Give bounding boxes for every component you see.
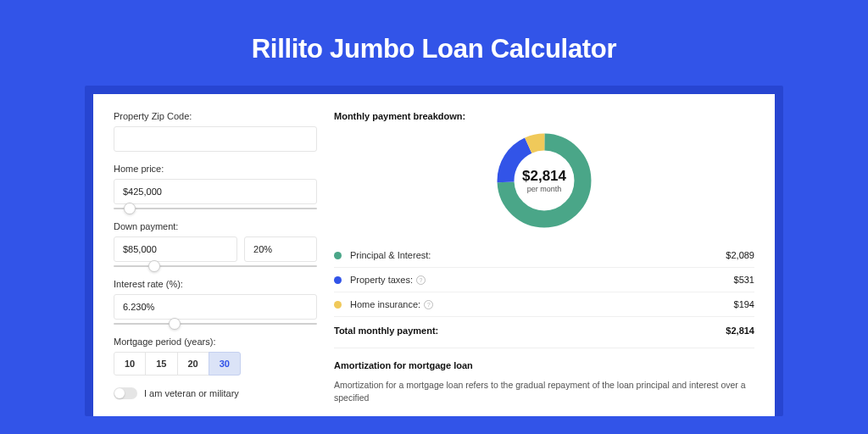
legend-label: Property taxes: ? [350,275,734,285]
legend-label: Principal & Interest: [350,250,726,260]
veteran-toggle[interactable] [114,387,137,399]
mortgage-period-group: 10152030 [114,352,317,376]
legend-dot-icon [334,276,342,284]
donut-center-amount: $2,814 [522,168,566,185]
total-value: $2,814 [726,326,754,336]
down-payment-label: Down payment: [114,221,317,231]
down-payment-percent-input[interactable] [244,236,317,262]
mortgage-period-label: Mortgage period (years): [114,337,317,347]
legend-row: Property taxes: ?$531 [334,268,754,292]
period-option-30[interactable]: 30 [209,352,241,376]
zip-label: Property Zip Code: [114,111,317,121]
breakdown-title: Monthly payment breakdown: [334,111,754,121]
interest-rate-label: Interest rate (%): [114,279,317,289]
total-label: Total monthly payment: [334,326,726,336]
legend-dot-icon [334,301,342,309]
period-option-10[interactable]: 10 [114,352,146,376]
home-price-input[interactable] [114,179,317,204]
veteran-toggle-label: I am veteran or military [144,388,239,398]
calculator-card: Property Zip Code: Home price: Down paym… [93,94,775,416]
info-icon[interactable]: ? [416,275,426,285]
home-price-slider[interactable] [114,208,317,209]
donut-center-sub: per month [527,185,562,193]
legend-dot-icon [334,252,342,259]
down-payment-amount-input[interactable] [114,236,237,262]
period-option-15[interactable]: 15 [145,352,177,376]
results-panel: Monthly payment breakdown: $2,814 per mo… [334,111,754,416]
interest-rate-slider-thumb[interactable] [169,318,181,330]
page-title: Rillito Jumbo Loan Calculator [0,0,868,86]
inputs-panel: Property Zip Code: Home price: Down paym… [114,111,317,416]
amortization-text: Amortization for a mortgage loan refers … [334,379,754,403]
down-payment-slider[interactable] [114,265,317,267]
payment-donut-chart: $2,814 per month [493,130,595,231]
interest-rate-slider[interactable] [114,323,317,325]
amortization-heading: Amortization for mortgage loan [334,360,754,370]
down-payment-slider-thumb[interactable] [148,260,160,272]
legend-row: Home insurance: ?$194 [334,292,754,317]
zip-input[interactable] [114,126,317,152]
legend-label: Home insurance: ? [350,299,734,309]
calculator-frame: Property Zip Code: Home price: Down paym… [85,86,783,416]
legend-value: $2,089 [726,250,754,260]
amortization-section: Amortization for mortgage loan Amortizat… [334,348,754,403]
home-price-slider-thumb[interactable] [124,203,136,214]
info-icon[interactable]: ? [424,300,433,309]
legend-value: $194 [734,299,754,309]
interest-rate-input[interactable] [114,294,317,320]
legend-value: $531 [734,275,754,285]
breakdown-legend: Principal & Interest:$2,089Property taxe… [334,243,754,317]
legend-row: Principal & Interest:$2,089 [334,243,754,268]
home-price-label: Home price: [114,164,317,174]
period-option-20[interactable]: 20 [177,352,209,376]
